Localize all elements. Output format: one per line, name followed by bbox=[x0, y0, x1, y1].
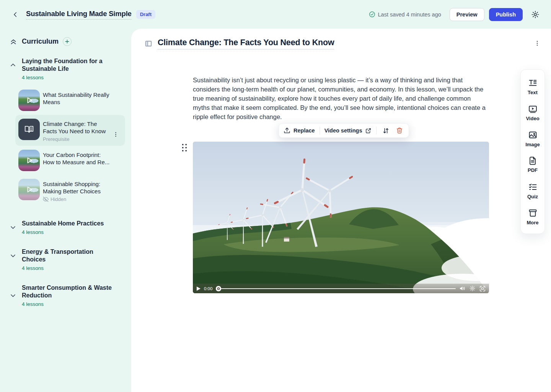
video-thumbnail bbox=[18, 150, 40, 171]
lesson-item-what-sustainability[interactable]: What Sustainability Really Means bbox=[15, 86, 125, 115]
panel-toggle-icon[interactable] bbox=[144, 39, 153, 48]
lesson-title: What Sustainability Really Means bbox=[43, 91, 112, 106]
section-lesson-count: 4 lessons bbox=[22, 265, 117, 271]
image-icon bbox=[528, 130, 538, 140]
section-header[interactable]: Sustainable Home Practices 4 lessons bbox=[6, 220, 125, 235]
external-link-icon bbox=[365, 127, 372, 134]
lesson-list: What Sustainability Really Means Climate… bbox=[6, 86, 125, 206]
player-settings-icon[interactable] bbox=[469, 285, 476, 292]
chevron-up-icon bbox=[9, 61, 17, 69]
section-title: Smarter Consumption & Waste Reduction bbox=[22, 284, 117, 299]
video-controls: 0:00 bbox=[193, 284, 489, 293]
text-icon bbox=[528, 78, 538, 88]
lesson-editor: Climate Change: The Facts You Need to Kn… bbox=[131, 29, 551, 392]
section-header[interactable]: Smarter Consumption & Waste Reduction 4 … bbox=[6, 284, 125, 307]
add-quiz-block[interactable]: Quiz bbox=[521, 178, 544, 204]
curriculum-section: Sustainable Home Practices 4 lessons bbox=[6, 220, 125, 235]
chevron-down-icon bbox=[9, 292, 17, 299]
video-settings-button[interactable]: Video settings bbox=[324, 127, 372, 134]
lesson-item-sustainable-shopping[interactable]: Sustainable Shopping: Making Better Choi… bbox=[15, 175, 125, 206]
more-icon bbox=[528, 208, 538, 218]
section-header[interactable]: Energy & Transportation Choices 4 lesson… bbox=[6, 248, 125, 271]
add-image-block[interactable]: Image bbox=[521, 126, 544, 152]
playback-time: 0:00 bbox=[204, 286, 212, 291]
section-lesson-count: 4 lessons bbox=[22, 229, 104, 235]
chevron-down-icon bbox=[9, 224, 17, 231]
palette-label: Image bbox=[525, 142, 540, 147]
pdf-icon bbox=[528, 156, 537, 165]
play-outline-icon bbox=[18, 90, 40, 111]
block-palette: Text Video Image PDF Quiz bbox=[520, 69, 545, 234]
curriculum-section: Energy & Transportation Choices 4 lesson… bbox=[6, 248, 125, 271]
upload-icon bbox=[284, 127, 290, 134]
autosave-status: Last saved 4 minutes ago bbox=[369, 11, 441, 18]
section-lesson-count: 4 lessons bbox=[22, 301, 117, 307]
check-circle-icon bbox=[369, 11, 375, 18]
eye-off-icon bbox=[43, 196, 49, 202]
gear-icon bbox=[531, 10, 540, 19]
book-open-icon bbox=[24, 124, 34, 134]
palette-label: Text bbox=[528, 90, 538, 95]
plus-circle-icon bbox=[65, 39, 70, 44]
more-blocks[interactable]: More bbox=[521, 204, 544, 230]
curriculum-header: Curriculum bbox=[6, 37, 125, 46]
add-video-block[interactable]: Video bbox=[521, 100, 544, 126]
volume-icon[interactable] bbox=[459, 285, 466, 292]
palette-label: PDF bbox=[528, 167, 538, 173]
add-text-block[interactable]: Text bbox=[521, 74, 544, 100]
seek-bar[interactable] bbox=[216, 286, 456, 291]
lesson-kebab-menu[interactable] bbox=[534, 39, 541, 48]
palette-label: More bbox=[527, 220, 538, 225]
video-thumbnail bbox=[18, 90, 40, 111]
move-block-button[interactable] bbox=[381, 126, 390, 135]
topbar: Sustainable Living Made Simple Draft Las… bbox=[0, 0, 551, 29]
drag-handle-icon[interactable] bbox=[182, 144, 187, 152]
add-pdf-block[interactable]: PDF bbox=[521, 152, 544, 178]
section-lesson-count: 4 lessons bbox=[22, 75, 117, 80]
collapse-all-icon[interactable] bbox=[9, 38, 18, 46]
video-block-toolbar: Replace Video settings bbox=[279, 123, 409, 138]
seek-handle[interactable] bbox=[216, 286, 221, 291]
back-button[interactable] bbox=[10, 9, 21, 20]
preview-button[interactable]: Preview bbox=[450, 8, 484, 21]
add-section-button[interactable] bbox=[63, 37, 72, 46]
lesson-tile bbox=[18, 119, 40, 140]
play-icon[interactable] bbox=[196, 286, 201, 291]
chevron-down-icon bbox=[9, 252, 17, 260]
trash-icon bbox=[396, 127, 403, 134]
delete-block-button[interactable] bbox=[395, 126, 404, 135]
back-icon bbox=[12, 11, 19, 18]
toolbar-divider bbox=[376, 127, 377, 134]
status-badge: Draft bbox=[136, 10, 155, 19]
palette-label: Quiz bbox=[527, 194, 538, 199]
lesson-title: Your Carbon Footprint: How to Measure an… bbox=[43, 151, 112, 166]
lesson-meta: Hidden bbox=[51, 196, 66, 202]
replace-label: Replace bbox=[293, 127, 315, 134]
lesson-title: Climate Change: The Facts You Need to Kn… bbox=[43, 120, 112, 135]
fullscreen-icon[interactable] bbox=[479, 285, 486, 292]
lesson-item-climate-change[interactable]: Climate Change: The Facts You Need to Kn… bbox=[15, 115, 125, 146]
lesson-title-field[interactable]: Climate Change: The Facts You Need to Kn… bbox=[158, 38, 334, 49]
video-frame-wind-turbines bbox=[193, 142, 489, 293]
video-settings-label: Video settings bbox=[324, 127, 362, 134]
settings-button[interactable] bbox=[530, 9, 541, 20]
course-title[interactable]: Sustainable Living Made Simple bbox=[26, 10, 132, 20]
curriculum-heading: Curriculum bbox=[22, 38, 59, 46]
section-title: Sustainable Home Practices bbox=[22, 220, 104, 227]
video-thumbnail bbox=[18, 179, 40, 200]
lesson-kebab-menu[interactable] bbox=[113, 131, 119, 138]
lesson-meta: Prerequisite bbox=[43, 136, 122, 142]
toolbar-divider bbox=[320, 127, 320, 134]
lesson-item-carbon-footprint[interactable]: Your Carbon Footprint: How to Measure an… bbox=[15, 146, 125, 175]
play-outline-icon bbox=[18, 179, 40, 200]
progress-track bbox=[216, 288, 456, 289]
video-player[interactable]: 0:00 bbox=[193, 142, 489, 293]
section-header[interactable]: Laying the Foundation for a Sustainable … bbox=[6, 57, 125, 80]
replace-button[interactable]: Replace bbox=[284, 127, 315, 134]
quiz-icon bbox=[528, 182, 538, 192]
palette-label: Video bbox=[526, 116, 539, 121]
video-icon bbox=[528, 104, 538, 114]
sort-arrows-icon bbox=[382, 127, 390, 134]
lesson-paragraph[interactable]: Sustainability isn’t just about recyclin… bbox=[193, 75, 489, 121]
publish-button[interactable]: Publish bbox=[489, 8, 523, 21]
